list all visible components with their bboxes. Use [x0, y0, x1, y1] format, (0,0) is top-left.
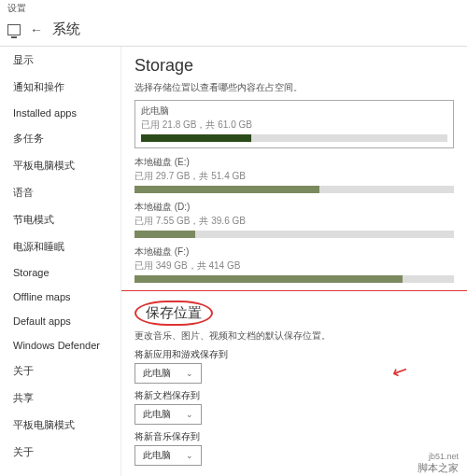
- sidebar-item[interactable]: Windows Defender: [0, 333, 120, 357]
- chevron-down-icon: ⌄: [186, 369, 193, 378]
- drive-item[interactable]: 本地磁盘 (E:)已用 29.7 GB，共 51.4 GB: [134, 156, 454, 193]
- sidebar-item[interactable]: 多任务: [0, 125, 120, 152]
- save-location-option: 将新文档保存到此电脑⌄: [134, 389, 454, 425]
- page-title: 系统: [52, 21, 80, 38]
- annotation-line: [121, 290, 467, 291]
- sidebar-item[interactable]: 电源和睡眠: [0, 233, 120, 260]
- chevron-down-icon: ⌄: [186, 410, 193, 419]
- sidebar-item[interactable]: 平板电脑模式: [0, 412, 120, 439]
- option-label: 将新文档保存到: [134, 389, 454, 402]
- chevron-down-icon: ⌄: [186, 451, 193, 460]
- watermark-label: 脚本之家: [417, 461, 459, 475]
- drive-name: 此电脑: [141, 105, 447, 118]
- main-content: Storage 选择存储位置以查看哪些内容在占空间。 此电脑已用 21.8 GB…: [121, 47, 467, 476]
- sidebar-item[interactable]: Storage: [0, 260, 120, 285]
- sidebar-item[interactable]: 关于: [0, 357, 120, 385]
- option-label: 将新应用和游戏保存到: [134, 348, 454, 361]
- location-select[interactable]: 此电脑⌄: [134, 363, 202, 384]
- sidebar-item[interactable]: 显示: [0, 47, 120, 74]
- drive-item[interactable]: 本地磁盘 (D:)已用 7.55 GB，共 39.6 GB: [134, 201, 454, 238]
- watermark-url: jb51.net: [417, 452, 459, 461]
- option-label: 将新音乐保存到: [134, 430, 454, 443]
- drive-name: 本地磁盘 (F:): [134, 245, 454, 259]
- drive-item[interactable]: 本地磁盘 (F:)已用 349 GB，共 414 GB: [134, 245, 454, 283]
- sidebar-item[interactable]: 关于: [0, 439, 120, 466]
- sidebar-item[interactable]: 节电模式: [0, 206, 120, 233]
- drive-usage-text: 已用 29.7 GB，共 51.4 GB: [134, 170, 454, 183]
- location-select[interactable]: 此电脑⌄: [134, 404, 202, 425]
- watermark: jb51.net 脚本之家: [415, 451, 461, 476]
- drive-usage-bar: [134, 275, 454, 283]
- save-locations-heading: 保存位置: [134, 301, 213, 326]
- location-select[interactable]: 此电脑⌄: [134, 445, 202, 466]
- save-locations-description: 更改音乐、图片、视频和文档的默认保存位置。: [134, 329, 454, 343]
- sidebar-item[interactable]: 通知和操作: [0, 74, 120, 101]
- sidebar-item[interactable]: Default apps: [0, 309, 120, 333]
- pc-icon: [7, 24, 21, 35]
- drive-usage-text: 已用 349 GB，共 414 GB: [134, 259, 454, 273]
- drive-name: 本地磁盘 (E:): [134, 156, 454, 169]
- select-value: 此电脑: [143, 408, 171, 421]
- drive-usage-text: 已用 7.55 GB，共 39.6 GB: [134, 215, 454, 228]
- select-value: 此电脑: [143, 449, 171, 462]
- select-value: 此电脑: [143, 367, 171, 380]
- drive-name: 本地磁盘 (D:): [134, 201, 454, 214]
- sidebar: 显示通知和操作Installed apps多任务平板电脑模式语音节电模式电源和睡…: [0, 47, 121, 476]
- drive-usage-bar: [134, 186, 454, 193]
- storage-description: 选择存储位置以查看哪些内容在占空间。: [134, 81, 454, 94]
- back-icon[interactable]: ←: [30, 22, 43, 37]
- sidebar-item[interactable]: Offline maps: [0, 285, 120, 309]
- drive-usage-bar: [141, 134, 447, 142]
- save-location-option: 将新音乐保存到此电脑⌄: [134, 430, 454, 466]
- storage-heading: Storage: [134, 56, 454, 76]
- window-title: 设置: [0, 0, 467, 17]
- drive-item[interactable]: 此电脑已用 21.8 GB，共 61.0 GB: [134, 100, 454, 148]
- sidebar-item[interactable]: 共享: [0, 385, 120, 412]
- sidebar-item[interactable]: 语音: [0, 179, 120, 206]
- drive-usage-text: 已用 21.8 GB，共 61.0 GB: [141, 119, 447, 132]
- sidebar-item[interactable]: Installed apps: [0, 101, 120, 125]
- header: ← 系统: [0, 17, 467, 47]
- sidebar-item[interactable]: 平板电脑模式: [0, 152, 120, 179]
- drive-usage-bar: [134, 231, 454, 238]
